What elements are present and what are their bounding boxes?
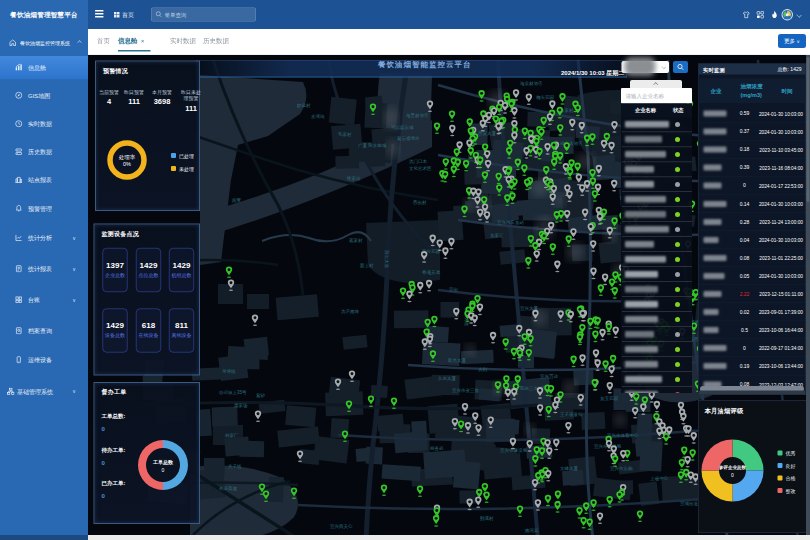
svg-text:东宝花园: 东宝花园 (600, 396, 618, 401)
svg-text:0%: 0% (123, 161, 131, 167)
svg-text:长深高速: 长深高速 (219, 486, 238, 491)
svg-text:处理率: 处理率 (119, 154, 136, 161)
svg-text:0: 0 (731, 472, 734, 478)
svg-text:宜兴商天心: 宜兴商天心 (330, 523, 353, 529)
svg-text:王子温泉馆: 王子温泉馆 (560, 411, 583, 417)
svg-text:税务机: 税务机 (430, 446, 444, 451)
svg-text:荆溪村: 荆溪村 (479, 515, 494, 522)
svg-text:阳光三龙湖院: 阳光三龙湖院 (520, 385, 548, 391)
svg-text:宜兴万达: 宜兴万达 (540, 374, 559, 379)
svg-text:上瑞中心: 上瑞中心 (650, 475, 669, 481)
svg-text:草塘线: 草塘线 (222, 369, 236, 374)
svg-text:香满天远: 香满天远 (422, 269, 441, 275)
svg-text:林家厂: 林家厂 (224, 432, 239, 438)
svg-text:氿门口木: 氿门口木 (409, 159, 428, 164)
svg-text:广厦 防水垫城: 广厦 防水垫城 (358, 142, 387, 149)
svg-text:宜兴市建设局: 宜兴市建设局 (500, 447, 528, 453)
svg-text:0: 0 (162, 467, 165, 473)
svg-text:紫砂: 紫砂 (256, 393, 266, 398)
svg-text:自运镇上35号: 自运镇上35号 (219, 390, 247, 395)
svg-text:东家汇: 东家汇 (490, 233, 504, 238)
svg-text:铁家洼: 铁家洼 (346, 175, 361, 181)
svg-text:样头大酒店: 样头大酒店 (560, 141, 583, 146)
svg-text:西氿大道: 西氿大道 (384, 250, 390, 269)
svg-text:氿滨南路: 氿滨南路 (341, 309, 360, 314)
svg-text:工单总数: 工单总数 (152, 459, 174, 466)
svg-text:紫云横洲市: 紫云横洲市 (397, 135, 420, 141)
svg-text:欧尚大厦: 欧尚大厦 (448, 357, 467, 364)
svg-text:宜兴汽车东站: 宜兴汽车东站 (497, 220, 525, 225)
svg-text:南河浜: 南河浜 (525, 528, 539, 533)
svg-text:大利: 大利 (478, 367, 488, 372)
svg-text:关子线: 关子线 (228, 464, 242, 469)
svg-text:宜兴市体育中心: 宜兴市体育中心 (607, 432, 639, 438)
svg-text:毛家村: 毛家村 (337, 131, 352, 138)
svg-text:西街村: 西街村 (413, 199, 427, 206)
svg-text:文化艺术区: 文化艺术区 (409, 165, 432, 171)
svg-text:西安大厦: 西安大厦 (478, 130, 497, 137)
